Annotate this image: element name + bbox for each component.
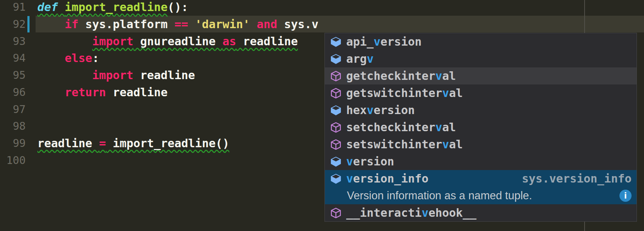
function-cube-icon: [330, 122, 342, 133]
code-token: :: [92, 51, 99, 65]
code-line-96[interactable]: return readline: [37, 84, 168, 101]
code-token: ==: [174, 17, 188, 31]
label-text: arg: [346, 52, 367, 66]
completion-item-version[interactable]: version: [325, 153, 637, 170]
code-line-94[interactable]: else:: [37, 50, 99, 67]
completion-annotation: sys.version_info: [522, 172, 632, 185]
attribute-cube-icon: [330, 36, 342, 47]
completion-item-hexversion[interactable]: hexversion: [325, 102, 637, 119]
completion-label: setcheckinterval: [346, 120, 456, 134]
code-token: sys.platform: [79, 17, 175, 31]
label-text: ersion: [353, 155, 394, 168]
code-line-93[interactable]: import gnureadline as readline: [37, 33, 298, 50]
completion-label: api_version: [346, 35, 422, 48]
label-text: hex: [346, 103, 367, 117]
autocomplete-popup: api_versionargvgetcheckintervalgetswitch…: [324, 33, 637, 222]
matched-chars: v: [442, 86, 449, 100]
code-line-91[interactable]: def import_readline():: [37, 0, 188, 16]
matched-chars: v: [346, 155, 353, 168]
code-line-92[interactable]: if sys.platform == 'darwin' and sys.v: [37, 16, 318, 33]
attribute-cube-icon: [330, 156, 342, 167]
matched-chars: v: [346, 172, 353, 185]
code-token: if: [65, 17, 79, 31]
completion-item-setcheckinterval[interactable]: setcheckinterval: [325, 119, 637, 136]
code-token: 'darwin': [195, 17, 250, 31]
code-token: readline: [133, 68, 195, 82]
code-line-99[interactable]: readline = import_readline(): [37, 135, 229, 152]
matched-chars: v: [435, 120, 442, 134]
code-token: =: [99, 137, 106, 150]
completion-detail-row: Version information as a named tuple.i: [325, 187, 637, 204]
code-token: else: [65, 51, 92, 65]
completion-label: version_info: [346, 172, 428, 185]
code-token: gnureadline: [133, 35, 222, 48]
label-text: al: [442, 120, 456, 134]
code-token: import: [92, 35, 133, 48]
completion-label: argv: [346, 52, 374, 66]
code-token: [58, 0, 65, 14]
label-text: api_: [346, 35, 374, 48]
completion-item-api_version[interactable]: api_version: [325, 33, 637, 50]
matched-chars: v: [422, 206, 428, 220]
label-text: ersion: [374, 103, 415, 117]
code-token: ():: [168, 0, 188, 14]
completion-item-version_info[interactable]: version_infosys.version_info: [325, 170, 637, 187]
code-token: readline: [37, 137, 99, 150]
label-text: al: [442, 69, 456, 83]
code-token: [37, 35, 92, 48]
function-cube-icon: [330, 88, 342, 99]
code-token: [37, 17, 65, 31]
info-icon[interactable]: i: [619, 190, 632, 202]
label-text: getcheckinter: [346, 69, 435, 83]
code-token: and: [257, 17, 278, 31]
label-text: __interacti: [346, 206, 422, 220]
code-token: [37, 51, 65, 65]
attribute-cube-icon: [330, 53, 342, 65]
function-cube-icon: [330, 139, 342, 150]
matched-chars: v: [435, 69, 442, 83]
label-text: ehook__: [428, 206, 476, 220]
code-token: readline: [236, 35, 298, 48]
code-token: readline: [106, 86, 168, 99]
completion-label: getswitchinterval: [346, 86, 463, 100]
label-text: setswitchinter: [346, 138, 442, 151]
label-text: getswitchinter: [346, 86, 442, 100]
completion-label: __interactivehook__: [346, 206, 476, 220]
completion-detail-text: Version information as a named tuple.: [347, 189, 532, 202]
completion-item-setswitchinterval[interactable]: setswitchinterval: [325, 136, 637, 153]
label-text: al: [449, 138, 463, 151]
code-token: [37, 68, 92, 82]
code-token: [188, 17, 195, 31]
code-token: import_readline: [65, 0, 168, 14]
function-cube-icon: [330, 207, 342, 219]
matched-chars: v: [442, 138, 449, 151]
completion-label: hexversion: [346, 103, 415, 117]
code-token: import: [92, 68, 133, 82]
attribute-cube-icon: [330, 173, 342, 184]
code-token: as: [222, 35, 236, 48]
function-cube-icon: [330, 71, 342, 82]
completion-label: setswitchinterval: [346, 138, 463, 151]
code-token: sys.v: [277, 17, 318, 31]
completion-item-getcheckinterval[interactable]: getcheckinterval: [325, 67, 637, 84]
completion-label: getcheckinterval: [346, 69, 456, 83]
code-line-95[interactable]: import readline: [37, 67, 195, 84]
completion-item-__interactivehook__[interactable]: __interactivehook__: [325, 204, 637, 221]
label-text: setcheckinter: [346, 120, 435, 134]
completion-item-getswitchinterval[interactable]: getswitchinterval: [325, 84, 637, 102]
matched-chars: v: [367, 103, 374, 117]
completion-label: version: [346, 155, 394, 168]
attribute-cube-icon: [330, 105, 342, 116]
code-token: [37, 86, 65, 99]
code-token: [250, 17, 257, 31]
label-text: al: [449, 86, 463, 100]
code-token: import_readline(): [106, 137, 229, 150]
label-text: ersion_info: [353, 172, 428, 185]
code-token: return: [65, 86, 106, 99]
completion-item-argv[interactable]: argv: [325, 50, 637, 67]
code-token: def: [37, 0, 58, 14]
label-text: ersion: [380, 35, 422, 48]
matched-chars: v: [367, 52, 374, 66]
matched-chars: v: [374, 35, 380, 48]
